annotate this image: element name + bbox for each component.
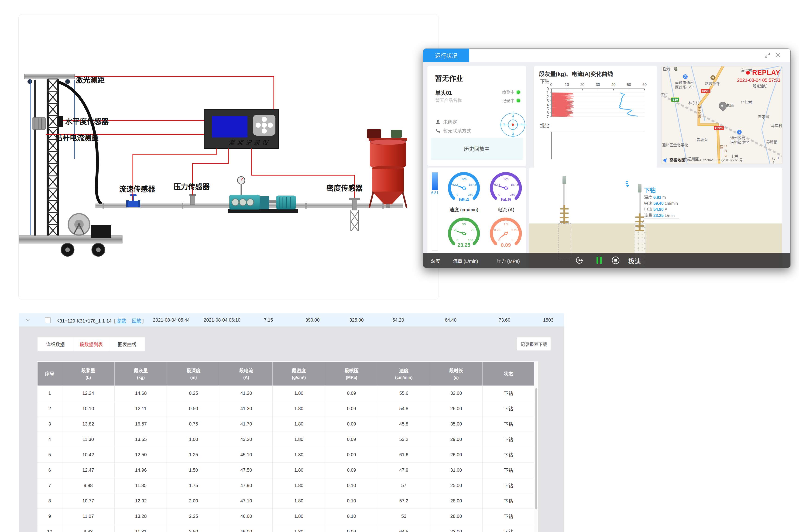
gauge-3: 00.751.52.2530.09	[485, 215, 526, 250]
svg-text:10: 10	[565, 83, 569, 87]
cell: 12.92	[115, 493, 167, 509]
job-title: 暂无作业	[435, 73, 463, 83]
expand-icon[interactable]	[764, 52, 771, 58]
cell: 26.00	[430, 447, 482, 462]
svg-text:0.09: 0.09	[501, 242, 511, 248]
summary-value: 54.20	[393, 317, 404, 323]
cell: 46.60	[220, 509, 273, 524]
table-row: 810.7712.922.0047.101.800.1057.228.00下钻	[38, 493, 534, 509]
params-link[interactable]: 参数	[117, 318, 126, 323]
tab-2[interactable]: 图表曲线	[109, 337, 145, 351]
cell: 35.00	[430, 416, 482, 432]
replay-link[interactable]: 回放	[132, 318, 141, 323]
history-replay-notice: 历史回放中	[431, 138, 522, 160]
cell: 0.09	[325, 416, 378, 432]
bar-pressure-label: 压力 (MPa)	[497, 258, 520, 264]
replay-icon[interactable]	[575, 256, 584, 265]
info-connector	[529, 168, 660, 228]
gauge-2: 025507510023.25	[443, 215, 485, 250]
map-label: 青墩头	[697, 137, 708, 142]
cell: 4	[38, 432, 62, 447]
cell: 0.09	[325, 524, 378, 532]
svg-text:75: 75	[471, 228, 474, 232]
chevron-down-icon[interactable]	[26, 319, 30, 321]
map-label: 界牌镇	[766, 140, 777, 145]
svg-text:50: 50	[627, 83, 631, 87]
cell: 1.80	[273, 416, 325, 432]
svg-text:0: 0	[456, 193, 458, 196]
cell: 0.75	[167, 416, 220, 432]
device-label: 灌浆记录仪	[228, 139, 270, 146]
map-label: 严灶村	[741, 100, 752, 105]
column-header: 段灰量(kg)	[115, 362, 167, 386]
cell: 43.20	[220, 432, 273, 447]
road-badge-g228: G228	[714, 126, 724, 130]
drill-info-row: 电流 54.90 A	[644, 207, 679, 212]
map-label: 瞿家园	[758, 115, 769, 119]
device-head-name: 单头01	[435, 89, 452, 96]
cell: 31.00	[430, 462, 482, 478]
grout-recorder-device: 灌浆记录仪	[204, 109, 279, 149]
equipment-diagram: 灌浆记录仪 激光测距 水平度传感器 钻杆电流测量 流速传感器 压力传感器 密度传…	[19, 15, 439, 299]
svg-text:0.75: 0.75	[494, 228, 500, 232]
density-sensor-label: 密度传感器	[326, 184, 363, 192]
cell: 14.68	[115, 386, 167, 401]
cell: 0.50	[167, 401, 220, 416]
gauge-label-current: 电流 (A)	[485, 206, 526, 213]
download-report-button[interactable]: 记录报表下载	[517, 337, 551, 351]
cell: 53.2	[378, 432, 430, 447]
cell: 53	[378, 509, 430, 524]
stop-icon[interactable]	[611, 256, 620, 265]
down-drill-label: 下钻	[540, 78, 549, 84]
cell: 1.50	[167, 462, 220, 478]
cell: 12.11	[115, 401, 167, 416]
cell: 10.10	[62, 401, 115, 416]
record-checkbox[interactable]	[45, 317, 51, 323]
depth-gauge	[432, 172, 438, 251]
table-row: 210.1012.110.5041.301.800.0954.826.00下钻	[38, 401, 534, 416]
tab-0[interactable]: 详细数据	[37, 337, 73, 351]
column-header: 速度(cm/min)	[378, 362, 430, 386]
tab-running-status[interactable]: 运行状况	[423, 49, 469, 62]
cell: 10.77	[62, 493, 115, 509]
svg-text:50: 50	[462, 223, 465, 226]
cell: 下钻	[482, 509, 534, 524]
replay-indicator: REPLAY	[746, 69, 780, 76]
cell: 0.09	[325, 432, 378, 447]
pause-icon[interactable]	[595, 256, 604, 265]
record-summary-row[interactable]: K31+129-K31+178_1-1-14 [ 参数 | 回放 ] 2021-…	[19, 314, 564, 326]
chart-title: 段灰量(kg)、电流(A)变化曲线	[539, 70, 613, 78]
close-icon[interactable]	[775, 52, 781, 58]
cell: 9	[38, 509, 62, 524]
bubble-num-right: 3	[520, 122, 522, 126]
cell: 下钻	[482, 432, 534, 447]
svg-text:187.5: 187.5	[511, 183, 518, 186]
cell: 1.80	[273, 462, 325, 478]
record-detail-panel: 详细数据段数据列表图表曲线 记录报表下载 序号段浆量(L)段灰量(kg)段深度(…	[19, 326, 564, 532]
cell: 0.09	[325, 401, 378, 416]
scrollbar-thumb[interactable]	[535, 388, 537, 509]
road-badge-s19: S19	[671, 97, 679, 102]
bubble-num-left: 3	[503, 122, 505, 126]
cell: 47.90	[220, 478, 273, 493]
drill-info-row: 深度 6.81 m	[644, 194, 679, 201]
speed-button[interactable]: 极速	[628, 256, 641, 265]
grouting-status-badge: 喷浆中	[502, 89, 520, 95]
record-id: K31+129-K31+178_1-1-14 [ 参数 | 回放 ]	[56, 317, 144, 324]
cell: 3	[38, 416, 62, 432]
svg-text:0: 0	[547, 87, 549, 91]
map-label: 南通市通州 区纱场小学	[675, 80, 694, 90]
cell: 7	[38, 478, 62, 493]
cell: 下钻	[482, 524, 534, 532]
map-brand: 高德地图	[669, 157, 685, 163]
cell: 2.50	[167, 524, 220, 532]
charts-card: 段灰量(kg)、电流(A)变化曲线 下钻 提钻 0123456701020304…	[534, 66, 657, 170]
user-icon	[435, 119, 440, 125]
table-row: 411.3013.551.0043.201.800.0953.229.00下钻	[38, 432, 534, 447]
cell: 0.09	[325, 447, 378, 462]
column-header: 段电流(A)	[220, 362, 273, 386]
svg-text:20: 20	[580, 83, 584, 87]
road-name-label: 金霞路	[697, 106, 702, 119]
tab-1[interactable]: 段数据列表	[73, 337, 109, 351]
cell: 下钻	[482, 447, 534, 462]
